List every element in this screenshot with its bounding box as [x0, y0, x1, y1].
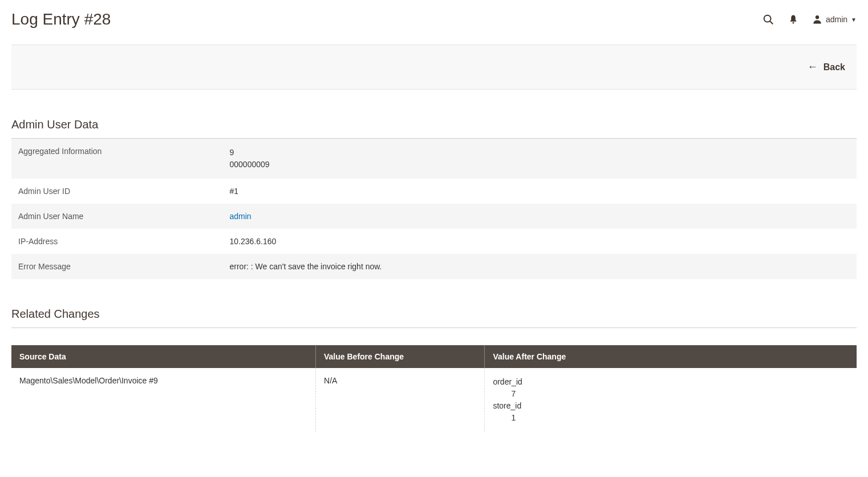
- caret-down-icon: ▼: [851, 17, 857, 23]
- notifications-icon[interactable]: [788, 14, 798, 25]
- kv-value: 1: [493, 412, 849, 424]
- section-title-related-changes: Related Changes: [11, 308, 857, 328]
- value-admin-user-name: admin: [223, 204, 857, 229]
- arrow-left-icon: ←: [808, 61, 818, 73]
- user-name-label: admin: [826, 15, 847, 24]
- section-title-admin-user-data: Admin User Data: [11, 118, 857, 139]
- user-icon: [812, 14, 822, 25]
- value-admin-user-id: #1: [223, 179, 857, 204]
- col-header-value-before: Value Before Change: [316, 345, 485, 368]
- col-header-value-after: Value After Change: [485, 345, 857, 368]
- svg-point-0: [764, 15, 771, 22]
- value-ip-address: 10.236.6.160: [223, 229, 857, 254]
- kv-key: store_id: [493, 400, 849, 412]
- value-error-message: error: : We can't save the invoice right…: [223, 254, 857, 279]
- admin-user-name-link[interactable]: admin: [230, 212, 252, 221]
- kv-value: 7: [493, 388, 849, 400]
- label-ip-address: IP-Address: [11, 229, 223, 254]
- label-error-message: Error Message: [11, 254, 223, 279]
- header-actions: admin ▼: [762, 13, 857, 26]
- cell-value-before: N/A: [316, 368, 485, 432]
- related-changes-section: Related Changes Source Data Value Before…: [11, 308, 857, 432]
- back-button[interactable]: ← Back: [808, 61, 845, 73]
- label-aggregated-information: Aggregated Information: [11, 139, 223, 179]
- row-admin-user-name: Admin User Name admin: [11, 204, 857, 229]
- user-menu[interactable]: admin ▼: [812, 14, 857, 25]
- row-error-message: Error Message error: : We can't save the…: [11, 254, 857, 279]
- related-changes-table: Source Data Value Before Change Value Af…: [11, 345, 857, 432]
- svg-point-3: [816, 15, 819, 19]
- kv-key: order_id: [493, 376, 849, 388]
- cell-source-data: Magento\Sales\Model\Order\Invoice #9: [11, 368, 316, 432]
- svg-point-2: [792, 22, 794, 24]
- search-icon[interactable]: [762, 13, 774, 26]
- row-admin-user-id: Admin User ID #1: [11, 179, 857, 204]
- row-aggregated-information: Aggregated Information 9 000000009: [11, 139, 857, 179]
- action-bar: ← Back: [11, 45, 857, 90]
- admin-user-data-section: Admin User Data Aggregated Information 9…: [11, 118, 857, 279]
- back-button-label: Back: [824, 62, 845, 72]
- admin-user-data-table: Aggregated Information 9 000000009 Admin…: [11, 139, 857, 279]
- label-admin-user-name: Admin User Name: [11, 204, 223, 229]
- col-header-source-data: Source Data: [11, 345, 316, 368]
- page-title: Log Entry #28: [11, 10, 111, 29]
- table-row: Magento\Sales\Model\Order\Invoice #9 N/A…: [11, 368, 857, 432]
- cell-value-after: order_id7store_id1: [485, 368, 857, 432]
- label-admin-user-id: Admin User ID: [11, 179, 223, 204]
- value-aggregated-information: 9 000000009: [223, 139, 857, 179]
- row-ip-address: IP-Address 10.236.6.160: [11, 229, 857, 254]
- svg-line-1: [770, 21, 773, 24]
